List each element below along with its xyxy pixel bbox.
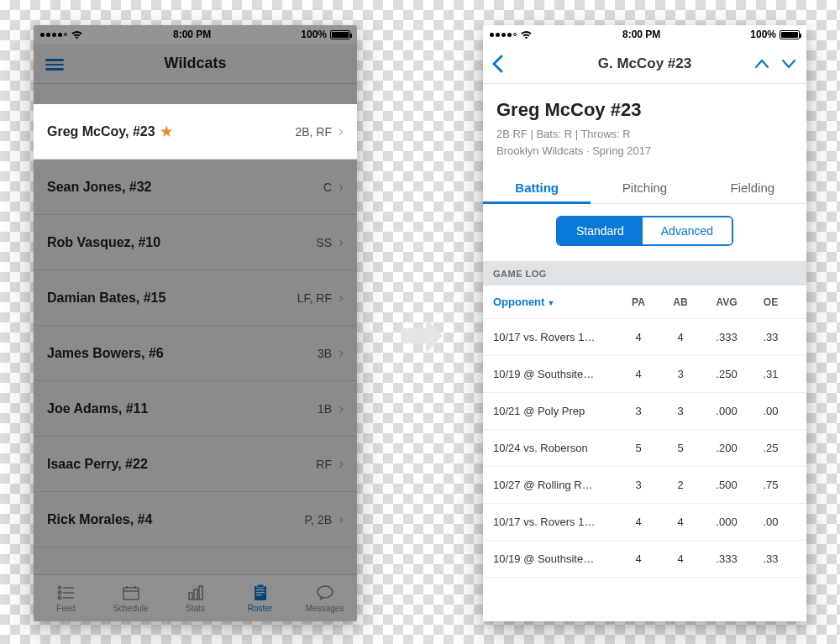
tab-pitching[interactable]: Pitching	[591, 170, 698, 203]
cell-avg: .200	[701, 442, 752, 454]
cell-opponent: 10/27 @ Rolling R…	[483, 479, 617, 491]
cell-avg: .500	[701, 479, 752, 491]
game-log-header: GAME LOG	[483, 262, 806, 285]
stat-tabs: Batting Pitching Fielding	[483, 170, 806, 204]
cell-opponent: 10/21 @ Poly Prep	[483, 405, 617, 417]
cell-pa: 4	[617, 331, 659, 343]
cell-avg: .000	[701, 405, 752, 417]
clock: 8:00 PM	[622, 29, 660, 40]
star-icon: ★	[160, 123, 172, 139]
cell-ab: 4	[659, 552, 701, 565]
wifi-icon	[520, 30, 533, 39]
tab-batting[interactable]: Batting	[483, 170, 591, 203]
back-button[interactable]	[491, 55, 503, 73]
cell-oe: .31	[752, 368, 790, 380]
dim-overlay	[34, 160, 357, 621]
cell-avg: .000	[701, 516, 752, 528]
game-log-table[interactable]: Opponent▼ PA AB AVG OE 10/17 vs. Rovers …	[483, 285, 806, 621]
next-player-button[interactable]	[781, 59, 796, 69]
transition-arrow-icon	[388, 315, 455, 357]
cell-opponent: 10/19 @ Southsite…	[483, 368, 617, 380]
col-opponent[interactable]: Opponent▼	[483, 296, 617, 308]
cell-ab: 2	[659, 479, 701, 491]
col-pa[interactable]: PA	[617, 296, 659, 308]
roster-row[interactable]: Greg McCoy, #23★2B, RF›	[34, 104, 357, 160]
cell-ab: 3	[659, 405, 701, 417]
nav-bar: G. McCoy #23	[483, 44, 806, 84]
segment-advanced[interactable]: Advanced	[643, 217, 732, 244]
cell-pa: 4	[617, 368, 659, 380]
cell-pa: 3	[617, 405, 659, 417]
col-avg[interactable]: AVG	[701, 296, 752, 308]
player-meta-line2: Brooklyn Wildcats · Spring 2017	[496, 143, 793, 160]
player-detail-screen: 8:00 PM 100% G. McCoy #23 Greg McCo	[483, 25, 806, 621]
cell-avg: .333	[701, 331, 752, 343]
cell-avg: .333	[701, 552, 752, 565]
table-row[interactable]: 10/19 @ Southsite…44.333.33	[483, 541, 806, 578]
cell-ab: 4	[659, 331, 701, 343]
cell-pa: 3	[617, 479, 659, 491]
chevron-right-icon: ›	[339, 123, 344, 140]
player-name: Greg McCoy, #23	[47, 124, 155, 139]
prev-player-button[interactable]	[754, 59, 769, 69]
tab-fielding[interactable]: Fielding	[699, 170, 806, 203]
col-oe[interactable]: OE	[752, 296, 790, 308]
signal-dots-icon	[490, 33, 517, 37]
cell-oe: .33	[752, 331, 790, 343]
cell-oe: .33	[752, 552, 790, 565]
cell-pa: 5	[617, 442, 659, 454]
battery-icon	[780, 30, 800, 39]
page-title: G. McCoy #23	[598, 55, 692, 72]
cell-ab: 4	[659, 516, 701, 528]
cell-pa: 4	[617, 552, 659, 565]
cell-opponent: 10/17 vs. Rovers 1…	[483, 516, 617, 528]
cell-oe: .25	[752, 442, 790, 454]
table-row[interactable]: 10/27 @ Rolling R…32.500.75	[483, 467, 806, 504]
cell-opponent: 10/17 vs. Rovers 1…	[483, 331, 617, 343]
table-row[interactable]: 10/24 vs. Roberson55.200.25	[483, 430, 806, 467]
col-ab[interactable]: AB	[659, 296, 701, 308]
player-position: 2B, RF	[295, 125, 332, 139]
player-meta-line1: 2B·RF | Bats: R | Throws: R	[496, 126, 793, 143]
table-header: Opponent▼ PA AB AVG OE	[483, 285, 806, 319]
sort-caret-icon: ▼	[547, 299, 554, 307]
roster-screen: 8:00 PM 100% Wildcats Greg McCoy, #23★2B…	[34, 25, 357, 621]
table-row[interactable]: 10/17 vs. Rovers 1…44.000.00	[483, 504, 806, 541]
table-row[interactable]: 10/17 vs. Rovers 1…44.333.33	[483, 319, 806, 356]
table-row[interactable]: 10/21 @ Poly Prep33.000.00	[483, 393, 806, 430]
table-row[interactable]: 10/19 @ Southsite…43.250.31	[483, 356, 806, 393]
cell-avg: .250	[701, 368, 752, 380]
cell-ab: 3	[659, 368, 701, 380]
cell-ab: 5	[659, 442, 701, 454]
cell-opponent: 10/19 @ Southsite…	[483, 552, 617, 565]
cell-oe: .00	[752, 516, 790, 528]
player-header: Greg McCoy #23 2B·RF | Bats: R | Throws:…	[483, 84, 806, 170]
segment-control: Standard Advanced	[556, 216, 733, 246]
status-bar: 8:00 PM 100%	[483, 25, 806, 44]
segment-standard[interactable]: Standard	[558, 217, 643, 244]
cell-pa: 4	[617, 516, 659, 528]
player-name: Greg McCoy #23	[496, 99, 793, 121]
battery-pct: 100%	[750, 29, 776, 40]
dim-overlay	[34, 25, 357, 104]
cell-oe: .75	[752, 479, 790, 491]
cell-opponent: 10/24 vs. Roberson	[483, 442, 617, 454]
cell-oe: .00	[752, 405, 790, 417]
